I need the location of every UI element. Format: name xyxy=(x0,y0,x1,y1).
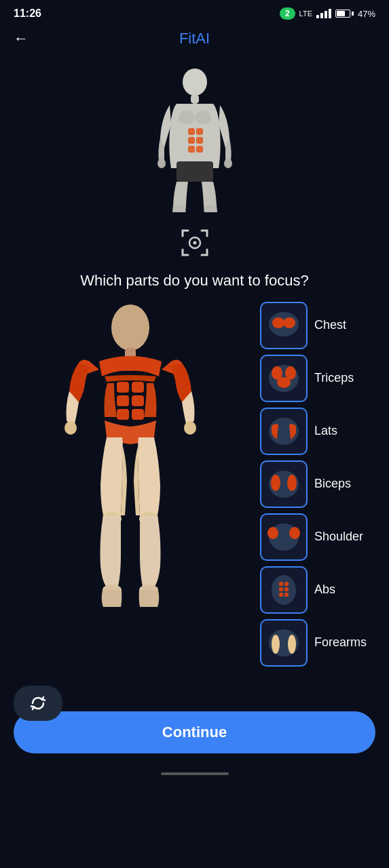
home-indicator xyxy=(0,767,389,778)
svg-point-46 xyxy=(267,527,278,539)
svg-point-32 xyxy=(283,317,295,328)
abs-thumb xyxy=(260,566,308,614)
svg-rect-50 xyxy=(279,582,283,586)
svg-point-23 xyxy=(64,421,77,435)
muscle-item-forearms[interactable]: Forearms xyxy=(260,619,382,667)
main-content: Chest Triceps xyxy=(0,302,389,695)
status-badge: 2 xyxy=(280,7,295,20)
svg-point-3 xyxy=(195,111,211,124)
svg-point-24 xyxy=(184,421,196,435)
svg-rect-19 xyxy=(117,395,129,406)
back-button[interactable]: ← xyxy=(14,30,29,47)
title-part2: AI xyxy=(196,30,210,47)
chest-thumb xyxy=(260,302,308,349)
forearms-thumb xyxy=(260,619,308,667)
svg-rect-52 xyxy=(279,587,283,591)
status-right: 2 LTE 47% xyxy=(280,7,375,20)
svg-rect-51 xyxy=(284,582,289,586)
body-figure xyxy=(49,302,212,682)
rotate-icon xyxy=(29,694,48,713)
muscle-list: Chest Triceps xyxy=(260,302,382,695)
svg-point-14 xyxy=(193,241,196,245)
continue-button[interactable]: Continue xyxy=(14,711,375,753)
shoulder-label: Shoulder xyxy=(314,530,363,544)
lte-label: LTE xyxy=(299,9,312,18)
hero-figure xyxy=(0,53,389,216)
svg-point-31 xyxy=(272,317,284,328)
svg-rect-20 xyxy=(132,395,144,406)
svg-rect-55 xyxy=(284,593,289,597)
svg-rect-4 xyxy=(188,128,195,135)
svg-point-37 xyxy=(277,377,291,388)
svg-point-11 xyxy=(224,159,232,168)
forearms-label: Forearms xyxy=(314,635,367,650)
svg-rect-53 xyxy=(284,587,289,591)
muscle-item-biceps[interactable]: Biceps xyxy=(260,460,382,508)
svg-rect-17 xyxy=(117,382,129,393)
anatomy-svg xyxy=(49,302,212,682)
rotate-button[interactable] xyxy=(14,686,62,721)
svg-point-49 xyxy=(272,575,296,605)
svg-rect-1 xyxy=(191,94,199,104)
status-bar: 11:26 2 LTE 47% xyxy=(0,0,389,24)
hero-body-svg xyxy=(151,63,239,212)
lats-label: Lats xyxy=(314,424,337,438)
abs-label: Abs xyxy=(314,583,335,597)
svg-point-59 xyxy=(288,635,296,654)
header: ← FitAI xyxy=(0,24,389,53)
svg-rect-6 xyxy=(188,137,195,144)
home-bar xyxy=(161,772,229,775)
body-figure-wrap xyxy=(7,302,253,695)
shoulder-thumb xyxy=(260,513,308,561)
muscle-item-chest[interactable]: Chest xyxy=(260,302,382,349)
muscle-item-abs[interactable]: Abs xyxy=(260,566,382,614)
question-text: Which parts do you want to focus? xyxy=(0,266,389,302)
svg-rect-22 xyxy=(132,409,144,420)
svg-rect-8 xyxy=(188,146,195,153)
triceps-label: Triceps xyxy=(314,371,354,385)
biceps-thumb xyxy=(260,460,308,508)
biceps-label: Biceps xyxy=(314,477,351,491)
target-icon xyxy=(174,222,215,263)
svg-rect-7 xyxy=(196,137,203,144)
app-title: FitAI xyxy=(179,30,210,47)
svg-point-58 xyxy=(272,635,280,654)
lats-thumb xyxy=(260,408,308,455)
signal-bars xyxy=(316,9,331,18)
title-part1: Fit xyxy=(179,30,196,47)
muscle-item-shoulder[interactable]: Shoulder xyxy=(260,513,382,561)
chest-label: Chest xyxy=(314,318,346,332)
svg-rect-12 xyxy=(177,161,213,182)
svg-rect-5 xyxy=(196,128,203,135)
muscle-item-triceps[interactable]: Triceps xyxy=(260,355,382,402)
svg-rect-18 xyxy=(132,382,144,393)
status-time: 11:26 xyxy=(14,7,41,20)
battery xyxy=(335,9,354,18)
muscle-item-lats[interactable]: Lats xyxy=(260,408,382,455)
svg-point-47 xyxy=(289,527,300,539)
triceps-thumb xyxy=(260,355,308,402)
target-icon-wrap xyxy=(0,216,389,266)
svg-point-0 xyxy=(183,68,207,96)
svg-point-42 xyxy=(271,475,280,491)
svg-point-15 xyxy=(111,304,149,351)
svg-rect-9 xyxy=(196,146,203,153)
svg-point-10 xyxy=(158,159,166,168)
svg-rect-21 xyxy=(117,409,129,420)
svg-point-43 xyxy=(287,475,297,491)
bottom-bar xyxy=(0,695,389,709)
battery-percent: 47% xyxy=(358,9,375,19)
svg-point-2 xyxy=(179,111,195,124)
svg-rect-54 xyxy=(279,593,283,597)
